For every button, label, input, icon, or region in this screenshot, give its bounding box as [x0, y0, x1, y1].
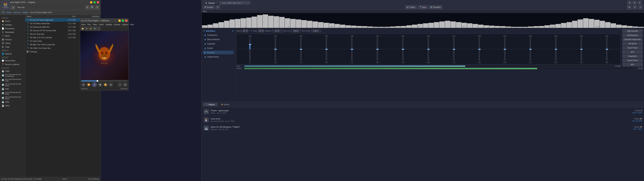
eq-band-handle[interactable]: [402, 49, 404, 50]
bands-plus[interactable]: +: [251, 30, 252, 32]
rewind-button[interactable]: ⏪: [86, 82, 91, 87]
eq-band-handle[interactable]: [529, 49, 532, 50]
close-button[interactable]: [97, 1, 99, 4]
eq-band-slider-container[interactable]: [339, 37, 364, 61]
pause-button[interactable]: ⏸: [92, 82, 97, 87]
tb-fullscreen[interactable]: ⛶: [97, 27, 100, 30]
eq-band[interactable]: 0.00 5.00: [569, 35, 594, 63]
eq-band-slider[interactable]: [326, 37, 327, 61]
eq-band[interactable]: 0.00 7.76: [441, 35, 466, 63]
breadcrumb-eagles[interactable]: Eagles: [23, 12, 28, 14]
forum-post-2[interactable]: 🐧 Linux error. kamehameha123 · Jan 17, 2…: [202, 116, 644, 124]
eq-band-slider[interactable]: [453, 37, 454, 61]
tab-close-manjaro[interactable]: ✕: [216, 2, 218, 4]
sidebar-item-network[interactable]: 🌐 Network: [0, 52, 25, 56]
progress-bar[interactable]: [81, 80, 128, 82]
eq-band[interactable]: 1.93 A4: [237, 35, 262, 63]
eq-band-slider-container[interactable]: [416, 37, 441, 61]
smplayer-video-area[interactable]: EAGLES: [80, 31, 128, 80]
eq-band-slider-container[interactable]: [314, 37, 339, 61]
sidebar-item-desktop[interactable]: 🖥 Desktop: [0, 23, 25, 27]
maximize-button[interactable]: [94, 1, 96, 4]
menu-audio[interactable]: Audio: [99, 24, 104, 26]
sidebar-item-3tb3[interactable]: 💾 3TB3: [0, 70, 25, 73]
apo-btn-1[interactable]: APO: [622, 50, 643, 54]
tb-extra1[interactable]: ⊞: [627, 5, 632, 9]
eq-band-slider[interactable]: [504, 37, 506, 61]
breadcrumb-stb[interactable]: STB: [1, 12, 5, 14]
eq-band[interactable]: 0.00 6.12: [518, 35, 543, 63]
tab-close-linux-bsd[interactable]: ✕: [242, 2, 244, 4]
export-preset-btn[interactable]: Export Preset: [622, 59, 643, 62]
eq-band-slider[interactable]: [275, 37, 276, 61]
plugin-equalizer[interactable]: ▶ Equalizer: [203, 50, 234, 54]
eq-band-slider-container[interactable]: [518, 37, 543, 61]
eq-band-slider[interactable]: [300, 37, 302, 61]
eq-band-handle[interactable]: [478, 49, 481, 50]
graphic-eq-btn[interactable]: GraphicEQ: [622, 54, 643, 58]
menu-options[interactable]: Options: [122, 24, 128, 26]
sidebar-item-drive5[interactable]: 💿 465.3 GiB Internal Drive (sde3): [0, 96, 25, 100]
pitch-left-input[interactable]: [291, 29, 301, 32]
eq-band-slider-container[interactable]: [441, 37, 466, 61]
calculate-freq-btn[interactable]: Calculate Frequencies: [622, 38, 643, 41]
input-button[interactable]: 🎤 Input: [418, 5, 428, 9]
tb-screenshot[interactable]: 📷: [93, 27, 96, 30]
eq-band-handle[interactable]: [249, 44, 251, 45]
stop-button[interactable]: ⏹: [98, 82, 102, 87]
smplayer-maximize[interactable]: [122, 20, 124, 22]
browser-tb-btn1[interactable]: ⬅: [627, 1, 632, 5]
breadcrumb-flac[interactable]: Flac A-E: [14, 12, 21, 14]
split-button[interactable]: ⊟: [85, 5, 90, 10]
eq-band-slider-container[interactable]: [467, 37, 492, 61]
sidebar-item-recent-files[interactable]: 🕐 Recent Files: [0, 59, 25, 62]
up-button[interactable]: ▲: [11, 5, 16, 10]
eq-band-handle[interactable]: [300, 49, 302, 50]
sidebar-item-trash[interactable]: 🗑 Trash: [0, 45, 25, 49]
sort-bands-btn[interactable]: Sort Bands: [622, 42, 643, 46]
eq-band-slider[interactable]: [606, 37, 608, 61]
eq-band[interactable]: 0.00 4.43: [288, 35, 314, 63]
fullscreen-button[interactable]: ⛶: [118, 82, 122, 87]
eq-band[interactable]: 0.00 4.64: [314, 35, 339, 63]
eq-band-slider-container[interactable]: [365, 37, 390, 61]
refresh-button[interactable]: ↻: [216, 5, 220, 9]
eq-band-handle[interactable]: [427, 49, 430, 50]
eq-band[interactable]: 0.00 6.88: [492, 35, 518, 63]
tb-playlist[interactable]: ☰: [85, 27, 88, 30]
sidebar-item-3tb1[interactable]: 💾 3TB1: [0, 100, 25, 104]
eq-band-slider[interactable]: [530, 37, 531, 61]
eq-band-slider-container[interactable]: [390, 37, 416, 61]
bands-select[interactable]: 321510: [242, 29, 248, 32]
plugin-compressor[interactable]: ◉ Compressor: [203, 33, 234, 37]
eq-band-slider-container[interactable]: [543, 37, 568, 61]
eq-band-handle[interactable]: [351, 49, 353, 50]
tb-extra3[interactable]: ✕: [638, 5, 643, 9]
tab-manjaro[interactable]: 🐧 Manjaro ✕: [203, 1, 220, 5]
sidebar-item-3tb2[interactable]: 💾 3TB2: [0, 104, 25, 108]
output-button[interactable]: 🔊 Output: [405, 5, 416, 9]
next-button[interactable]: ⏭: [109, 82, 113, 87]
import-preset-btn[interactable]: Import Preset: [622, 46, 643, 50]
tb-eq[interactable]: ⚡: [89, 27, 92, 30]
pipewire-button[interactable]: 🔗 PipeWire: [429, 5, 442, 9]
eq-band[interactable]: 0.00 6.88: [594, 35, 619, 63]
menu-subtitles[interactable]: Subtitles: [105, 24, 112, 26]
sidebar-item-recent-locations[interactable]: 📍 Recent Locations: [0, 62, 25, 66]
presets-button[interactable]: ⚙ Presets: [203, 5, 214, 9]
sidebar-item-documents[interactable]: 📄 Documents: [0, 27, 25, 30]
menu-open[interactable]: Open: [81, 24, 86, 26]
eq-band[interactable]: 0.00 5.35: [390, 35, 416, 63]
eq-band[interactable]: 0.00 3.75: [339, 35, 364, 63]
pitch-right-input[interactable]: [311, 29, 321, 32]
eq-band-handle[interactable]: [606, 49, 608, 50]
new-tab-button[interactable]: New Tab: [16, 6, 26, 9]
eq-band-slider-container[interactable]: [492, 37, 518, 61]
tab-linux-bsd[interactable]: Linux / BSD / Mac OS X ✕: [220, 1, 246, 5]
eq-band-slider[interactable]: [555, 37, 556, 61]
balance-input[interactable]: [272, 29, 282, 32]
tab-players[interactable]: 🎵 Players: [203, 103, 218, 106]
eq-band-slider[interactable]: [428, 37, 429, 61]
calculator-widget[interactable]: 🧮 Calculator: [1, 1, 10, 10]
sidebar-item-videos[interactable]: 🎬 Videos: [0, 42, 25, 45]
